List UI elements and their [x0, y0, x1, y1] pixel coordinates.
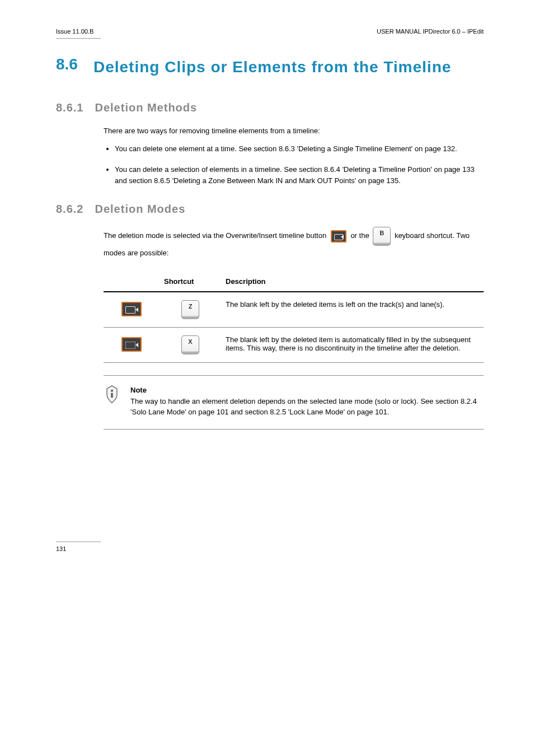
section-title: Deleting Clips or Elements from the Time… [93, 55, 451, 79]
sub1-bullets: You can delete one element at a time. Se… [115, 143, 484, 186]
note-body: The way to handle an element deletion de… [130, 396, 484, 418]
page-number: 131 [56, 545, 484, 552]
subsection-2-number: 8.6.2 [56, 203, 83, 216]
svg-point-0 [111, 390, 113, 392]
subsection-2-heading: 8.6.2 Deletion Modes [56, 203, 484, 216]
row-desc: The blank left by the deleted items is l… [221, 292, 484, 328]
overwrite-insert-icon [331, 230, 346, 242]
header-issue: Issue 11.00.B [56, 28, 93, 35]
modes-table: Shortcut Description Z The blank left by… [104, 272, 484, 363]
row-desc: The blank left by the deleted item is au… [221, 328, 484, 363]
note-block: Note The way to handle an element deleti… [104, 375, 484, 430]
keycap-x: X [181, 335, 199, 354]
keycap-z: Z [181, 300, 199, 319]
keycap-b: B [373, 227, 391, 246]
col-header-shortcut: Shortcut [160, 272, 221, 292]
note-label: Note [130, 385, 484, 396]
subsection-1-heading: 8.6.1 Deletion Methods [56, 101, 484, 114]
section-number: 8.6 [56, 55, 78, 79]
col-header-description: Description [221, 272, 484, 292]
svg-rect-1 [111, 393, 113, 398]
note-text: Note The way to handle an element deleti… [130, 385, 484, 418]
sub2-para-prefix: The deletion mode is selected via the Ov… [104, 231, 329, 240]
header-doc: USER MANUAL IPDirector 6.0 – IPEdit [377, 28, 484, 35]
top-rule [56, 38, 101, 39]
note-icon [104, 385, 120, 402]
sub2-para-mid: or the [350, 231, 371, 240]
subsection-2-title: Deletion Modes [95, 203, 185, 216]
sub1-intro: There are two ways for removing timeline… [104, 125, 484, 137]
delete-fill-blank-icon [121, 337, 142, 352]
subsection-1-number: 8.6.1 [56, 101, 83, 114]
list-item: You can delete one element at a time. Se… [115, 143, 484, 155]
sub2-para: The deletion mode is selected via the Ov… [104, 227, 484, 260]
list-item: You can delete a selection of elements i… [115, 164, 484, 186]
section-heading: 8.6 Deleting Clips or Elements from the … [56, 55, 484, 79]
bottom-rule [56, 542, 101, 542]
subsection-1-title: Deletion Methods [95, 101, 197, 114]
table-row: Z The blank left by the deleted items is… [104, 292, 484, 328]
col-header-icon [104, 272, 160, 292]
delete-leave-blank-icon [121, 302, 142, 316]
table-row: X The blank left by the deleted item is … [104, 328, 484, 363]
